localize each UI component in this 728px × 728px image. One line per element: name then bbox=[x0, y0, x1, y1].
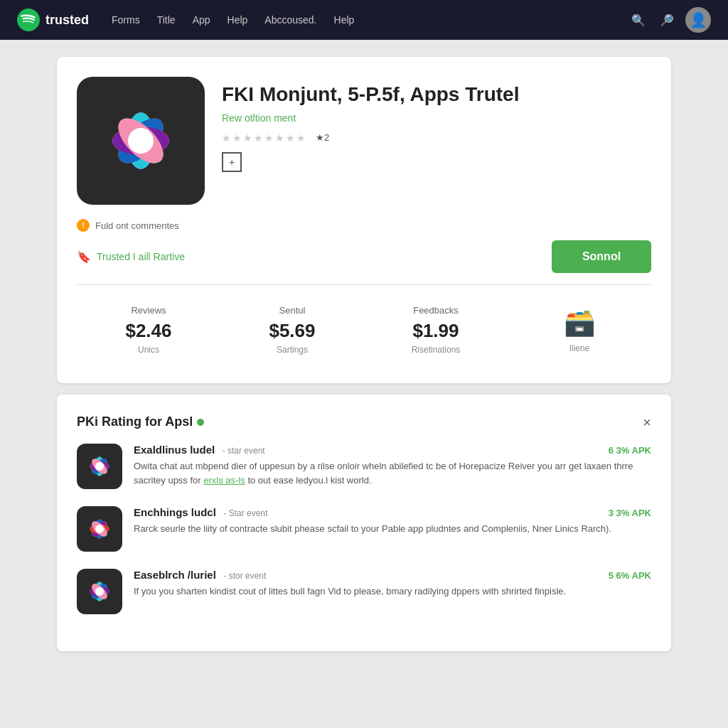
stat-sentul-sub: Sartings bbox=[226, 345, 358, 355]
stat-feedbacks-label: Feedbacks bbox=[370, 305, 502, 316]
rating-item-header-2: Enchhings ludcl - Star event 3 3% APK bbox=[134, 506, 651, 519]
svg-point-0 bbox=[17, 9, 40, 31]
trusted-label: Trusted I aill Rartive bbox=[97, 251, 185, 262]
logo-area: trusted bbox=[17, 9, 89, 31]
app-meta: ! Fuld ont commentes 🔖 Trusted I aill Ra… bbox=[77, 219, 651, 273]
nav-app[interactable]: App bbox=[193, 14, 210, 26]
ratings-title: PKi Rating for Apsl bbox=[77, 414, 204, 429]
rating-app-name-1: Exaldlinus ludel bbox=[134, 444, 215, 456]
green-link-1[interactable]: erxls as-ls bbox=[203, 475, 245, 486]
stat-sentul: Sentul $5.69 Sartings bbox=[220, 296, 364, 363]
flower-icon-large bbox=[91, 91, 191, 191]
nav-forms[interactable]: Forms bbox=[112, 14, 140, 26]
rating-name-area-1: Exaldlinus ludel - star event bbox=[134, 444, 265, 456]
app-detail-card: FKI Monjunt, 5-P.5f, Apps Trutel Rew otl… bbox=[57, 57, 671, 383]
add-icon[interactable]: + bbox=[222, 152, 242, 172]
stat-sentul-value: $5.69 bbox=[226, 320, 358, 342]
svg-point-36 bbox=[95, 587, 104, 596]
rating-item-header-3: Easeblrch /luriel - stor event 5 6% APK bbox=[134, 569, 651, 582]
star-rating: ★★★★★★★★ bbox=[222, 132, 307, 144]
action-button[interactable]: Sonnol bbox=[552, 240, 651, 273]
rating-item-3: Easeblrch /luriel - stor event 5 6% APK … bbox=[77, 569, 651, 614]
rating-event-3: - stor event bbox=[223, 571, 266, 581]
rating-count: ★2 bbox=[316, 132, 329, 143]
rating-event-2: - Star event bbox=[223, 508, 267, 518]
bookmark-icon: 🔖 bbox=[77, 250, 91, 264]
flower-small-3 bbox=[82, 574, 117, 609]
rating-item-1: Exaldlinus ludel - star event 6 3% APK O… bbox=[77, 444, 651, 489]
rating-content-2: Enchhings ludcl - Star event 3 3% APK Ra… bbox=[134, 506, 651, 536]
rating-desc-1: Owita chat aut mbpend dier of uppesun by… bbox=[134, 459, 651, 487]
rating-desc-3: If you you sharten kindist cout of litte… bbox=[134, 584, 651, 599]
rating-icon-1 bbox=[77, 444, 122, 489]
warning-row: ! Fuld ont commentes bbox=[77, 219, 651, 232]
svg-point-9 bbox=[128, 128, 154, 154]
svg-point-18 bbox=[95, 462, 104, 471]
rating-desc-2: Rarck seurle the liity of contracte slub… bbox=[134, 522, 651, 536]
app-title: FKI Monjunt, 5-P.5f, Apps Trutel bbox=[222, 82, 519, 107]
nav-help1[interactable]: Help bbox=[228, 14, 248, 26]
rating-app-name-3: Easeblrch /luriel bbox=[134, 569, 216, 581]
svg-point-27 bbox=[95, 525, 104, 533]
search-button[interactable]: 🔍 bbox=[628, 11, 648, 30]
rating-name-area-2: Enchhings ludcl - Star event bbox=[134, 506, 267, 519]
stat-feedbacks-value: $1.99 bbox=[370, 320, 502, 342]
app-header: trusted Forms Title App Help Abccoused. … bbox=[0, 0, 728, 40]
app-info: FKI Monjunt, 5-P.5f, Apps Trutel Rew otl… bbox=[222, 77, 651, 205]
app-icon bbox=[77, 77, 205, 205]
nav-help2[interactable]: Help bbox=[334, 14, 355, 26]
briefcase-area: 🗃️ bbox=[513, 305, 646, 341]
rating-badge-1: 6 3% APK bbox=[609, 445, 651, 456]
rating-icon-3 bbox=[77, 569, 122, 614]
brand-name: trusted bbox=[46, 13, 89, 28]
warning-icon: ! bbox=[77, 219, 90, 232]
rating-app-name-2: Enchhings ludcl bbox=[134, 506, 216, 518]
stat-feedbacks: Feedbacks $1.99 Risetinations bbox=[364, 296, 508, 363]
rating-item-2: Enchhings ludcl - Star event 3 3% APK Ra… bbox=[77, 506, 651, 552]
stat-feedbacks-sub: Risetinations bbox=[370, 345, 502, 355]
stat-reviews-value: $2.46 bbox=[82, 320, 215, 342]
stat-reviews: Reviews $2.46 Unics bbox=[77, 296, 220, 363]
app-icon-container bbox=[77, 77, 205, 205]
nav-title[interactable]: Title bbox=[157, 14, 176, 26]
flower-small-2 bbox=[82, 512, 117, 546]
ratings-title-text: PKi Rating for Apsl bbox=[77, 414, 193, 429]
spotify-icon bbox=[17, 9, 40, 31]
app-subtitle: Rew otltion ment bbox=[222, 112, 651, 124]
trusted-action-row: 🔖 Trusted I aill Rartive Sonnol bbox=[77, 240, 651, 273]
rating-content-3: Easeblrch /luriel - stor event 5 6% APK … bbox=[134, 569, 651, 599]
app-header-row: FKI Monjunt, 5-P.5f, Apps Trutel Rew otl… bbox=[77, 77, 651, 205]
stat-reviews-label: Reviews bbox=[82, 305, 215, 316]
close-button[interactable]: × bbox=[643, 415, 651, 429]
rating-item-header-1: Exaldlinus ludel - star event 6 3% APK bbox=[134, 444, 651, 456]
user-avatar[interactable]: 👤 bbox=[685, 7, 711, 33]
rating-icon-2 bbox=[77, 506, 122, 552]
warning-text: Fuld ont commentes bbox=[95, 220, 179, 231]
search-button-2[interactable]: 🔎 bbox=[657, 11, 677, 30]
ratings-card: PKi Rating for Apsl × bbox=[57, 395, 671, 651]
stats-row: Reviews $2.46 Unics Sentul $5.69 Sarting… bbox=[77, 296, 651, 363]
rating-name-area-3: Easeblrch /luriel - stor event bbox=[134, 569, 266, 582]
rating-badge-2: 3 3% APK bbox=[609, 508, 651, 518]
trusted-link[interactable]: 🔖 Trusted I aill Rartive bbox=[77, 250, 185, 264]
header-icons: 🔍 🔎 👤 bbox=[628, 7, 711, 33]
section-divider bbox=[77, 284, 651, 285]
stat-reviews-sub: Unics bbox=[82, 345, 215, 355]
main-nav: Forms Title App Help Abccoused. Help bbox=[112, 14, 606, 26]
rating-event-1: - star event bbox=[223, 446, 265, 456]
stat-iliene: 🗃️ Iliene bbox=[508, 296, 651, 362]
briefcase-icon: 🗃️ bbox=[564, 308, 596, 338]
stat-sentul-label: Sentul bbox=[226, 305, 358, 316]
green-dot-icon bbox=[197, 419, 204, 426]
flower-small-1 bbox=[82, 449, 117, 483]
rating-badge-3: 5 6% APK bbox=[609, 570, 651, 581]
rating-content-1: Exaldlinus ludel - star event 6 3% APK O… bbox=[134, 444, 651, 487]
ratings-header: PKi Rating for Apsl × bbox=[77, 414, 651, 429]
main-content: FKI Monjunt, 5-P.5f, Apps Trutel Rew otl… bbox=[0, 40, 728, 668]
nav-abccoused[interactable]: Abccoused. bbox=[264, 14, 316, 26]
stat-iliene-sub: Iliene bbox=[513, 343, 646, 353]
